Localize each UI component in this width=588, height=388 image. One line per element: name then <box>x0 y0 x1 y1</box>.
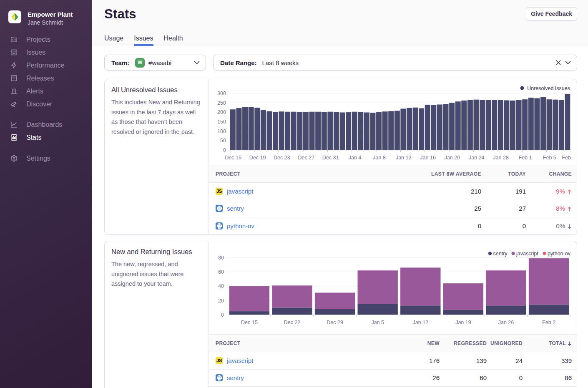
svg-text:300: 300 <box>217 91 226 96</box>
svg-text:Unresolved Issues: Unresolved Issues <box>527 86 570 91</box>
svg-text:Jan 16: Jan 16 <box>420 155 436 161</box>
svg-text:Jan 12: Jan 12 <box>413 320 429 325</box>
svg-text:20: 20 <box>218 298 224 304</box>
svg-text:Dec 27: Dec 27 <box>298 155 314 161</box>
svg-text:Dec 23: Dec 23 <box>274 155 290 161</box>
svg-text:0: 0 <box>223 147 226 153</box>
svg-text:250: 250 <box>217 100 226 106</box>
svg-text:0: 0 <box>221 312 224 318</box>
svg-text:Jan 28: Jan 28 <box>493 155 509 161</box>
svg-text:Dec 31: Dec 31 <box>322 155 339 161</box>
svg-text:javascript: javascript <box>516 251 538 257</box>
svg-text:Dec 15: Dec 15 <box>225 155 241 161</box>
svg-text:Jan 4: Jan 4 <box>349 155 362 161</box>
svg-text:Feb 1: Feb 1 <box>519 155 532 161</box>
svg-text:python-ov: python-ov <box>548 251 571 257</box>
svg-text:Dec 19: Dec 19 <box>249 155 266 161</box>
svg-text:Jan 19: Jan 19 <box>455 320 471 325</box>
svg-text:Jan 26: Jan 26 <box>498 320 514 325</box>
svg-text:Feb 2: Feb 2 <box>542 320 555 325</box>
svg-text:200: 200 <box>217 109 226 115</box>
svg-text:Dec 29: Dec 29 <box>327 320 343 325</box>
svg-text:Jan 8: Jan 8 <box>373 155 386 161</box>
svg-text:150: 150 <box>217 119 226 125</box>
svg-text:Feb: Feb <box>562 155 571 161</box>
svg-text:Jan 24: Jan 24 <box>469 155 485 161</box>
svg-text:80: 80 <box>218 255 224 261</box>
svg-text:40: 40 <box>218 283 224 289</box>
svg-text:50: 50 <box>220 138 226 144</box>
svg-text:sentry: sentry <box>493 251 508 257</box>
svg-text:Jan 5: Jan 5 <box>371 320 384 325</box>
svg-text:Jan 12: Jan 12 <box>396 155 412 161</box>
svg-text:Dec 22: Dec 22 <box>284 320 301 325</box>
svg-text:100: 100 <box>217 128 226 134</box>
svg-text:Dec 15: Dec 15 <box>241 320 258 325</box>
svg-text:Jan 20: Jan 20 <box>445 155 460 161</box>
svg-text:Feb 5: Feb 5 <box>543 155 556 161</box>
svg-text:60: 60 <box>218 269 224 275</box>
